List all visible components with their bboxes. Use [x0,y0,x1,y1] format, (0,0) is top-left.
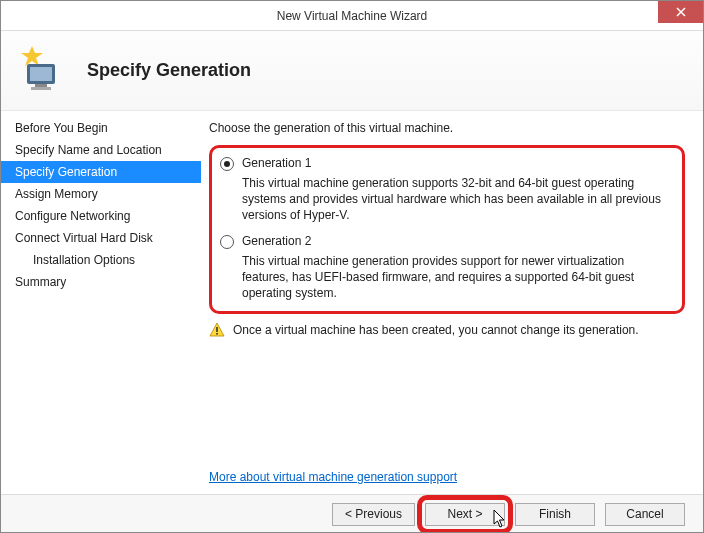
sidebar-item-specify-name[interactable]: Specify Name and Location [1,139,201,161]
radio-generation-2[interactable]: Generation 2 [220,234,674,249]
svg-rect-2 [30,67,52,81]
warning-icon [209,322,225,338]
radio-input-generation-1[interactable] [220,157,234,171]
radio-label-generation-1: Generation 1 [242,156,311,170]
warning-row: Once a virtual machine has been created,… [209,322,685,338]
more-info-link[interactable]: More about virtual machine generation su… [209,470,457,484]
content-area: Before You Begin Specify Name and Locati… [1,111,703,494]
page-title: Specify Generation [87,60,251,81]
radio-label-generation-2: Generation 2 [242,234,311,248]
wizard-footer: < Previous Next > Finish Cancel [1,494,703,533]
sidebar-item-installation-options[interactable]: Installation Options [1,249,201,271]
svg-rect-6 [216,327,218,332]
titlebar: New Virtual Machine Wizard [1,1,703,31]
main-panel: Choose the generation of this virtual ma… [201,111,703,494]
generation-options-highlight: Generation 1 This virtual machine genera… [209,145,685,314]
warning-text: Once a virtual machine has been created,… [233,323,639,337]
previous-button[interactable]: < Previous [332,503,415,526]
radio-input-generation-2[interactable] [220,235,234,249]
svg-marker-0 [21,46,43,66]
finish-button[interactable]: Finish [515,503,595,526]
sidebar-item-connect-vhd[interactable]: Connect Virtual Hard Disk [1,227,201,249]
sidebar-item-configure-networking[interactable]: Configure Networking [1,205,201,227]
close-button[interactable] [658,1,703,23]
wizard-steps-sidebar: Before You Begin Specify Name and Locati… [1,111,201,494]
wizard-header: Specify Generation [1,31,703,111]
next-button[interactable]: Next > [425,503,505,526]
next-button-highlight: Next > [425,503,505,526]
wizard-icon [19,46,69,96]
radio-desc-generation-1: This virtual machine generation supports… [242,175,674,224]
svg-rect-3 [35,84,47,87]
sidebar-item-summary[interactable]: Summary [1,271,201,293]
cancel-button[interactable]: Cancel [605,503,685,526]
sidebar-item-specify-generation[interactable]: Specify Generation [1,161,201,183]
svg-rect-4 [31,87,51,90]
sidebar-item-assign-memory[interactable]: Assign Memory [1,183,201,205]
radio-generation-1[interactable]: Generation 1 [220,156,674,171]
close-icon [676,7,686,17]
window-title: New Virtual Machine Wizard [1,9,703,23]
sidebar-item-before-you-begin[interactable]: Before You Begin [1,117,201,139]
prompt-text: Choose the generation of this virtual ma… [209,121,685,135]
radio-desc-generation-2: This virtual machine generation provides… [242,253,674,302]
svg-rect-7 [216,333,218,335]
